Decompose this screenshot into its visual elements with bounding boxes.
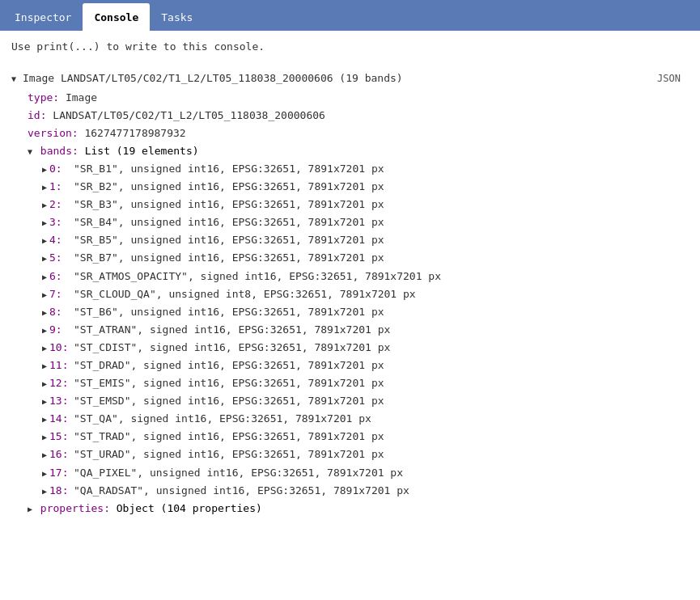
version-key: version:	[28, 127, 78, 139]
band-toggle-3[interactable]: ▶	[42, 216, 47, 230]
band-row-13[interactable]: ▶ 13: "ST_EMSD", signed int16, EPSG:3265…	[11, 392, 689, 410]
band-index-1: 1:	[49, 178, 74, 196]
band-row-9[interactable]: ▶ 9: "ST_ATRAN", signed int16, EPSG:3265…	[11, 321, 689, 339]
band-val-11: "ST_DRAD", signed int16, EPSG:32651, 789…	[74, 357, 384, 374]
band-index-10: 10:	[49, 339, 74, 357]
band-index-17: 17:	[49, 464, 74, 482]
band-row-10[interactable]: ▶ 10: "ST_CDIST", signed int16, EPSG:326…	[11, 339, 689, 357]
band-toggle-7[interactable]: ▶	[42, 288, 47, 302]
band-val-16: "ST_URAD", signed int16, EPSG:32651, 789…	[74, 446, 384, 463]
tab-tasks-label: Tasks	[161, 11, 193, 23]
properties-row[interactable]: ▶ properties: Object (104 properties)	[11, 500, 689, 518]
band-row-15[interactable]: ▶ 15: "ST_TRAD", signed int16, EPSG:3265…	[11, 428, 689, 446]
bands-label-text: List (19 elements)	[85, 145, 199, 157]
band-index-11: 11:	[49, 357, 74, 374]
band-val-1: "SR_B2", unsigned int16, EPSG:32651, 789…	[74, 178, 384, 196]
properties-toggle[interactable]: ▶	[28, 502, 32, 516]
band-row-8[interactable]: ▶ 8: "ST_B6", unsigned int16, EPSG:32651…	[11, 303, 689, 321]
tree-viewer: ▼ Image LANDSAT/LT05/C02/T1_L2/LT05_1180…	[11, 70, 689, 518]
bands-header-row: ▼ bands: List (19 elements)	[11, 142, 689, 160]
band-toggle-5[interactable]: ▶	[42, 251, 47, 265]
version-row: version: 1627477178987932	[11, 125, 689, 142]
band-toggle-17[interactable]: ▶	[42, 467, 47, 480]
bands-toggle[interactable]: ▼	[28, 145, 32, 158]
band-row-3[interactable]: ▶ 3: "SR_B4", unsigned int16, EPSG:32651…	[11, 213, 689, 231]
band-index-5: 5:	[49, 249, 74, 267]
band-val-12: "ST_EMIS", signed int16, EPSG:32651, 789…	[74, 374, 384, 392]
band-index-4: 4:	[49, 231, 74, 249]
band-val-2: "SR_B3", unsigned int16, EPSG:32651, 789…	[74, 196, 384, 213]
band-row-16[interactable]: ▶ 16: "ST_URAD", signed int16, EPSG:3265…	[11, 446, 689, 463]
band-index-0: 0:	[49, 160, 74, 178]
band-val-9: "ST_ATRAN", signed int16, EPSG:32651, 78…	[74, 321, 390, 339]
hint-text: Use print(...) to write to this console.	[11, 39, 689, 55]
band-toggle-8[interactable]: ▶	[42, 306, 47, 319]
band-toggle-2[interactable]: ▶	[42, 198, 47, 212]
band-index-6: 6:	[49, 268, 74, 285]
band-index-3: 3:	[49, 213, 74, 231]
band-val-0: "SR_B1", unsigned int16, EPSG:32651, 789…	[74, 160, 384, 178]
band-row-5[interactable]: ▶ 5: "SR_B7", unsigned int16, EPSG:32651…	[11, 249, 689, 267]
band-toggle-18[interactable]: ▶	[42, 484, 47, 498]
image-toggle[interactable]: ▼	[11, 72, 16, 86]
band-toggle-16[interactable]: ▶	[42, 448, 47, 462]
band-val-8: "ST_B6", unsigned int16, EPSG:32651, 789…	[74, 303, 384, 321]
console-content: Use print(...) to write to this console.…	[0, 31, 700, 526]
band-index-8: 8:	[49, 303, 74, 321]
band-index-18: 18:	[49, 482, 74, 500]
band-row-6[interactable]: ▶ 6: "SR_ATMOS_OPACITY", signed int16, E…	[11, 268, 689, 285]
band-index-14: 14:	[49, 410, 74, 428]
id-value: LANDSAT/LT05/C02/T1_L2/LT05_118038_20000…	[53, 109, 325, 121]
type-key: type:	[28, 91, 59, 104]
band-val-5: "SR_B7", unsigned int16, EPSG:32651, 789…	[74, 249, 384, 267]
band-toggle-10[interactable]: ▶	[42, 341, 47, 355]
band-index-12: 12:	[49, 374, 74, 392]
band-row-11[interactable]: ▶ 11: "ST_DRAD", signed int16, EPSG:3265…	[11, 357, 689, 374]
band-index-13: 13:	[49, 392, 74, 410]
band-row-18[interactable]: ▶ 18: "QA_RADSAT", unsigned int16, EPSG:…	[11, 482, 689, 500]
band-row-7[interactable]: ▶ 7: "SR_CLOUD_QA", unsigned int8, EPSG:…	[11, 285, 689, 303]
tab-bar: Inspector Console Tasks	[0, 0, 700, 31]
tab-console[interactable]: Console	[83, 3, 150, 31]
band-row-0[interactable]: ▶ 0: "SR_B1", unsigned int16, EPSG:32651…	[11, 160, 689, 178]
band-toggle-15[interactable]: ▶	[42, 430, 47, 444]
band-toggle-0[interactable]: ▶	[42, 163, 47, 176]
band-toggle-11[interactable]: ▶	[42, 359, 47, 373]
band-val-18: "QA_RADSAT", unsigned int16, EPSG:32651,…	[74, 482, 409, 500]
band-toggle-14[interactable]: ▶	[42, 412, 47, 426]
type-row: type: Image	[11, 89, 689, 107]
properties-value: Object (104 properties)	[117, 502, 262, 514]
band-index-15: 15:	[49, 428, 74, 446]
band-val-10: "ST_CDIST", signed int16, EPSG:32651, 78…	[74, 339, 390, 357]
band-row-17[interactable]: ▶ 17: "QA_PIXEL", unsigned int16, EPSG:3…	[11, 464, 689, 482]
band-toggle-12[interactable]: ▶	[42, 377, 47, 391]
band-toggle-1[interactable]: ▶	[42, 180, 47, 194]
image-header-row: ▼ Image LANDSAT/LT05/C02/T1_L2/LT05_1180…	[11, 70, 689, 87]
band-val-3: "SR_B4", unsigned int16, EPSG:32651, 789…	[74, 213, 384, 231]
band-toggle-13[interactable]: ▶	[42, 395, 47, 408]
band-val-6: "SR_ATMOS_OPACITY", signed int16, EPSG:3…	[74, 268, 441, 285]
band-row-14[interactable]: ▶ 14: "ST_QA", signed int16, EPSG:32651,…	[11, 410, 689, 428]
tab-tasks[interactable]: Tasks	[150, 3, 204, 31]
band-val-14: "ST_QA", signed int16, EPSG:32651, 7891x…	[74, 410, 371, 428]
band-index-7: 7:	[49, 285, 74, 303]
band-toggle-6[interactable]: ▶	[42, 270, 47, 284]
band-index-16: 16:	[49, 446, 74, 463]
band-toggle-9[interactable]: ▶	[42, 323, 47, 337]
band-row-12[interactable]: ▶ 12: "ST_EMIS", signed int16, EPSG:3265…	[11, 374, 689, 392]
band-row-1[interactable]: ▶ 1: "SR_B2", unsigned int16, EPSG:32651…	[11, 178, 689, 196]
properties-key: properties:	[40, 502, 110, 514]
bands-key: bands:	[40, 145, 78, 157]
band-row-4[interactable]: ▶ 4: "SR_B5", unsigned int16, EPSG:32651…	[11, 231, 689, 249]
type-value: Image	[66, 91, 97, 104]
tab-inspector[interactable]: Inspector	[3, 3, 83, 31]
id-key: id:	[28, 109, 46, 121]
version-value: 1627477178987932	[84, 127, 185, 139]
band-val-17: "QA_PIXEL", unsigned int16, EPSG:32651, …	[74, 464, 403, 482]
band-toggle-4[interactable]: ▶	[42, 234, 47, 247]
tab-inspector-label: Inspector	[15, 11, 71, 23]
band-index-2: 2:	[49, 196, 74, 213]
band-row-2[interactable]: ▶ 2: "SR_B3", unsigned int16, EPSG:32651…	[11, 196, 689, 213]
tab-console-label: Console	[94, 11, 138, 23]
json-link[interactable]: JSON	[657, 70, 689, 87]
